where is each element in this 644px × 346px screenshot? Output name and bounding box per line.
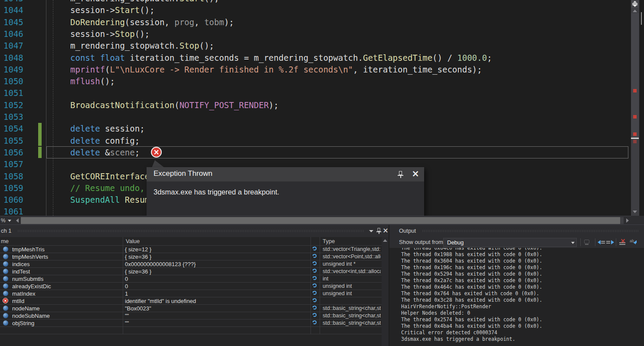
code-line[interactable]: delete config; bbox=[70, 135, 140, 147]
refresh-icon[interactable] bbox=[313, 261, 317, 265]
watch-row[interactable]: nodeName"Box0023"std::basic_string<char,… bbox=[0, 305, 382, 312]
watch-name[interactable]: numSubmtls bbox=[12, 276, 43, 282]
watch-row[interactable]: matIndex1unsigned int bbox=[0, 290, 382, 297]
watch-title-bar[interactable]: ch 1 × bbox=[0, 225, 389, 237]
window-position-icon[interactable] bbox=[369, 230, 373, 232]
close-icon[interactable]: × bbox=[382, 226, 389, 236]
watch-scrollbar[interactable] bbox=[382, 237, 389, 346]
watch-row[interactable]: ×mtlIdidentifier "mtlId" is undefined bbox=[0, 297, 382, 305]
watch-name[interactable]: nodeSubName bbox=[12, 313, 50, 319]
watch-value[interactable]: "Box0023" bbox=[125, 305, 151, 312]
watch-type: std::basic_string<char,std:... bbox=[323, 305, 381, 311]
watch-value[interactable]: 1 bbox=[125, 290, 128, 297]
watch-value[interactable]: { size=12 } bbox=[125, 246, 151, 253]
watch-value[interactable]: 0x0000000000008123 {???} bbox=[125, 261, 196, 267]
pin-icon[interactable] bbox=[397, 171, 404, 178]
previous-message-icon[interactable] bbox=[598, 238, 605, 246]
editor-zoom-control[interactable]: % bbox=[0, 216, 14, 225]
code-line[interactable]: mprintf(L"\nLuxCore -> Render finished i… bbox=[70, 64, 482, 76]
watch-name[interactable]: matIndex bbox=[12, 290, 35, 297]
clear-all-icon[interactable]: × bbox=[619, 238, 627, 246]
exception-breakpoint-icon[interactable]: × bbox=[151, 147, 162, 158]
scrollbar-thumb[interactable] bbox=[631, 13, 639, 138]
editor-horizontal-scrollbar[interactable]: % bbox=[0, 216, 631, 224]
scroll-annotation-mark bbox=[633, 115, 637, 119]
watch-row[interactable]: tmpMeshVerts{ size=36 }std::vector<Point… bbox=[0, 253, 382, 260]
watch-row[interactable]: indTest{ size=36 }std::vector<int,std::a… bbox=[0, 268, 382, 275]
scrollbar-thumb[interactable] bbox=[21, 217, 620, 224]
watch-value[interactable]: identifier "mtlId" is undefined bbox=[125, 298, 196, 304]
scroll-up-icon[interactable] bbox=[633, 10, 637, 12]
code-line[interactable]: SuspendAll Resume bbox=[70, 194, 154, 206]
error-icon: × bbox=[3, 298, 8, 303]
watch-row[interactable] bbox=[0, 327, 382, 334]
watch-name[interactable]: indTest bbox=[12, 268, 30, 275]
editor-pane-edge bbox=[639, 0, 644, 216]
next-message-icon[interactable] bbox=[606, 238, 614, 246]
refresh-icon[interactable] bbox=[313, 247, 317, 250]
watch-name[interactable]: mtlId bbox=[12, 298, 24, 304]
watch-name[interactable]: indices bbox=[12, 261, 29, 267]
watch-value[interactable]: "" bbox=[125, 313, 129, 319]
filter-messages-icon[interactable] bbox=[583, 238, 591, 246]
watch-type: std::vector<Triangle,std::a... bbox=[323, 246, 381, 252]
watch-name[interactable]: alreadyExistDic bbox=[12, 283, 51, 290]
watch-column-headers: me Value Type bbox=[0, 237, 389, 246]
code-line[interactable]: m_rendering_stopwatch.Stop(); bbox=[70, 40, 214, 52]
refresh-icon[interactable] bbox=[313, 313, 317, 317]
watch-value[interactable]: { size=36 } bbox=[125, 254, 151, 260]
column-header-type[interactable]: Type bbox=[323, 238, 335, 244]
exception-popup-title-bar[interactable]: Exception Thrown × bbox=[147, 167, 424, 181]
refresh-icon[interactable] bbox=[313, 276, 317, 280]
watch-name[interactable]: tmpMeshVerts bbox=[12, 254, 48, 260]
column-header-name[interactable]: me bbox=[1, 238, 9, 244]
refresh-icon[interactable] bbox=[313, 254, 317, 258]
code-line[interactable]: delete session; bbox=[70, 123, 145, 135]
scroll-up-icon[interactable] bbox=[383, 239, 387, 242]
watch-row[interactable]: tmpMeshTris{ size=12 }std::vector<Triang… bbox=[0, 246, 382, 253]
pin-icon[interactable] bbox=[376, 227, 382, 234]
code-line[interactable]: mflush(); bbox=[70, 76, 115, 88]
split-window-grip[interactable] bbox=[631, 0, 639, 8]
refresh-icon[interactable] bbox=[313, 298, 317, 302]
watch-type: std::vector<int,std::allocat... bbox=[323, 268, 381, 274]
close-icon[interactable]: × bbox=[410, 168, 421, 180]
exception-popup-title: Exception Thrown bbox=[154, 169, 212, 178]
watch-row[interactable]: objString""std::basic_string<char,std:..… bbox=[0, 320, 382, 327]
editor-vertical-scrollbar[interactable] bbox=[631, 0, 639, 216]
watch-value[interactable]: 0 bbox=[125, 276, 128, 282]
watch-row[interactable]: alreadyExistDic0unsigned int bbox=[0, 283, 382, 290]
watch-value[interactable]: "" bbox=[125, 320, 129, 326]
code-line[interactable]: const float iteration_time_seconds = m_r… bbox=[70, 52, 492, 64]
scroll-left-icon[interactable] bbox=[16, 218, 19, 223]
output-console[interactable]: The thread 0x64c0 has exited with code 0… bbox=[389, 248, 644, 346]
watch-row[interactable]: numSubmtls0int bbox=[0, 275, 382, 283]
refresh-icon[interactable] bbox=[313, 283, 317, 287]
watch-name[interactable]: tmpMeshTris bbox=[12, 246, 45, 253]
code-line[interactable]: delete &scene; bbox=[70, 147, 140, 159]
code-line[interactable]: // Resume undo, bbox=[70, 182, 150, 194]
watch-name[interactable]: nodeName bbox=[12, 305, 40, 312]
scroll-down-icon[interactable] bbox=[633, 211, 637, 213]
code-line[interactable]: session->Start(); bbox=[70, 4, 154, 16]
output-line: The thread 0x1988 has exited with code 0… bbox=[401, 251, 542, 258]
code-line[interactable]: session->Stop(); bbox=[70, 28, 150, 40]
word-wrap-icon[interactable]: ab bbox=[630, 238, 637, 246]
column-header-value[interactable]: Value bbox=[126, 238, 140, 244]
watch-name[interactable]: objString bbox=[12, 320, 34, 326]
code-line[interactable]: DoRendering(session, prog, tobm); bbox=[70, 16, 234, 29]
watch-value[interactable]: 0 bbox=[125, 283, 128, 290]
output-title-bar[interactable]: Output bbox=[389, 225, 644, 237]
output-line: The thread 0x5294 has exited with code 0… bbox=[401, 271, 542, 277]
refresh-icon[interactable] bbox=[313, 269, 317, 273]
watch-row[interactable]: indices0x0000000000008123 {???}unsigned … bbox=[0, 260, 382, 268]
refresh-icon[interactable] bbox=[313, 291, 317, 295]
refresh-icon[interactable] bbox=[313, 306, 317, 310]
code-line[interactable]: BroadcastNotification(NOTIFY_POST_RENDER… bbox=[70, 99, 278, 112]
refresh-icon[interactable] bbox=[313, 320, 317, 324]
watch-row[interactable]: nodeSubName""std::basic_string<char,std:… bbox=[0, 312, 382, 320]
scroll-right-icon[interactable] bbox=[626, 218, 629, 223]
output-source-combobox[interactable]: Debug bbox=[443, 238, 577, 247]
code-editor[interactable]: 1043104410451046104710481049105010511052… bbox=[0, 0, 631, 216]
watch-value[interactable]: { size=36 } bbox=[125, 268, 151, 275]
